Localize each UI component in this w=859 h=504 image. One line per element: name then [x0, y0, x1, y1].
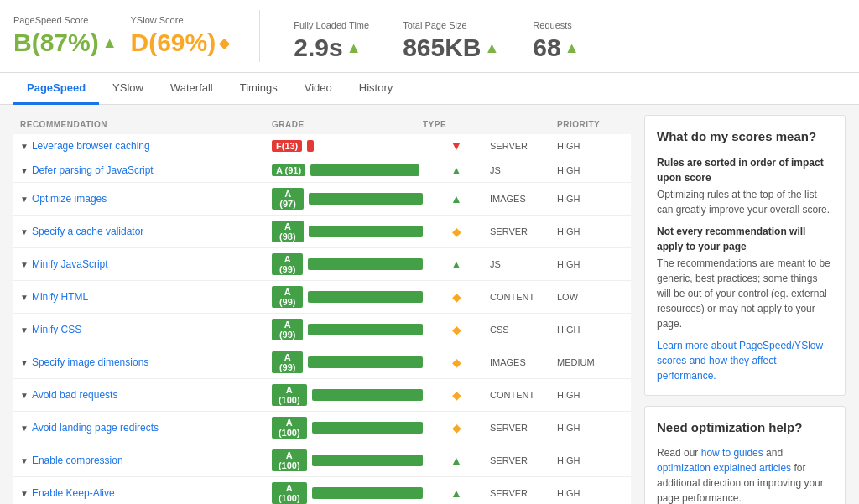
- table-row: ▼ Enable Keep-Alive A (100) ▲ SERVER HIG…: [13, 477, 631, 504]
- trend-up-icon: ▲: [423, 486, 490, 500]
- grade-bar-wrap: A (100): [272, 417, 423, 439]
- rec-priority: HIGH: [557, 165, 624, 175]
- rec-name-text: Defer parsing of JavaScript: [32, 164, 154, 176]
- rec-name[interactable]: ▼ Enable Keep-Alive: [20, 487, 272, 499]
- pagespeed-trend-icon: ▲: [102, 34, 117, 52]
- optimization-articles-link[interactable]: optimization explained articles: [657, 462, 791, 474]
- rec-type: SERVER: [490, 141, 557, 151]
- rec-priority: HIGH: [557, 488, 624, 498]
- header-priority: PRIORITY: [557, 120, 624, 129]
- yslow-trend-icon: ◆: [219, 35, 229, 51]
- rec-priority: HIGH: [557, 226, 624, 236]
- scores-info-link[interactable]: Learn more about PageSpeed/YSlow scores …: [657, 338, 833, 383]
- how-to-guides-link[interactable]: how to guides: [701, 447, 763, 459]
- total-page-size-text: 865KB: [403, 34, 481, 62]
- main-content: RECOMMENDATION GRADE TYPE PRIORITY ▼ Lev…: [0, 105, 859, 504]
- trend-up-icon: ▲: [423, 454, 490, 467]
- total-page-size-box: Total Page Size 865KB ▲: [403, 20, 499, 62]
- rec-name[interactable]: ▼ Enable compression: [20, 455, 272, 466]
- grade-badge: A (100): [272, 482, 307, 504]
- requests-label: Requests: [533, 20, 579, 30]
- rec-name[interactable]: ▼ Defer parsing of JavaScript: [20, 164, 272, 176]
- expand-arrow-icon: ▼: [20, 423, 29, 433]
- rec-type: JS: [490, 165, 557, 175]
- grade-bar: [312, 487, 423, 499]
- rec-name[interactable]: ▼ Avoid bad requests: [20, 389, 272, 401]
- rec-type: CSS: [490, 325, 557, 335]
- rec-type: IMAGES: [490, 194, 557, 204]
- tab-yslow[interactable]: YSlow: [99, 73, 157, 105]
- rec-name[interactable]: ▼ Specify a cache validator: [20, 226, 272, 237]
- grade-bar-wrap: A (100): [272, 384, 423, 406]
- rec-type: SERVER: [490, 423, 557, 433]
- grade-badge: A (100): [272, 384, 307, 406]
- grade-bar-wrap: A (100): [272, 482, 423, 504]
- rec-name[interactable]: ▼ Optimize images: [20, 193, 272, 205]
- tab-pagespeed[interactable]: PageSpeed: [13, 73, 99, 105]
- total-page-size-trend: ▲: [485, 39, 500, 57]
- grade-bar: [309, 193, 423, 205]
- requests-text: 68: [533, 34, 560, 62]
- rec-type: SERVER: [490, 226, 557, 236]
- grade-bar-wrap: A (91): [272, 164, 423, 176]
- trend-diamond-icon: ◆: [423, 388, 490, 402]
- trend-diamond-icon: ◆: [423, 225, 490, 238]
- yslow-score-box: YSlow Score D(69%) ◆: [131, 10, 243, 62]
- rec-name-text: Specify image dimensions: [32, 356, 148, 368]
- grade-bar: [312, 422, 423, 434]
- rec-type: CONTENT: [490, 390, 557, 400]
- trend-diamond-icon: ◆: [423, 290, 490, 304]
- grade-bar: [308, 291, 423, 303]
- trend-diamond-icon: ◆: [423, 356, 490, 369]
- table-row: ▼ Specify a cache validator A (98) ◆ SER…: [13, 216, 631, 248]
- optimization-help-title: Need optimization help?: [657, 418, 833, 438]
- rec-name[interactable]: ▼ Minify CSS: [20, 324, 272, 335]
- rec-priority: HIGH: [557, 423, 624, 433]
- table-header: RECOMMENDATION GRADE TYPE PRIORITY: [13, 115, 631, 134]
- rec-name[interactable]: ▼ Leverage browser caching: [20, 140, 272, 152]
- optimization-help-text1: Read our how to guides and optimization …: [657, 445, 833, 504]
- expand-arrow-icon: ▼: [20, 142, 29, 151]
- expand-arrow-icon: ▼: [20, 456, 29, 465]
- right-panel: What do my scores mean? Rules are sorted…: [644, 115, 846, 504]
- grade-badge: A (97): [272, 188, 304, 210]
- fully-loaded-box: Fully Loaded Time 2.9s ▲: [294, 20, 369, 62]
- trend-up-icon: ▲: [423, 192, 490, 205]
- rec-name-text: Optimize images: [32, 193, 107, 205]
- scores-info-s1-title: Rules are sorted in order of impact upon…: [657, 155, 833, 185]
- rec-type: SERVER: [490, 488, 557, 498]
- rec-name[interactable]: ▼ Minify HTML: [20, 291, 272, 303]
- requests-trend: ▲: [565, 39, 580, 57]
- expand-arrow-icon: ▼: [20, 166, 29, 175]
- table-row: ▼ Minify JavaScript A (99) ▲ JS HIGH: [13, 248, 631, 281]
- rec-name[interactable]: ▼ Minify JavaScript: [20, 258, 272, 270]
- tab-video[interactable]: Video: [291, 73, 346, 105]
- grade-bar-wrap: A (98): [272, 221, 423, 242]
- rec-name[interactable]: ▼ Specify image dimensions: [20, 356, 272, 368]
- table-row: ▼ Enable compression A (100) ▲ SERVER HI…: [13, 444, 631, 477]
- grade-bar-wrap: F(13): [272, 140, 423, 152]
- tab-history[interactable]: History: [346, 73, 406, 105]
- top-scores-bar: PageSpeed Score B(87%) ▲ YSlow Score D(6…: [0, 0, 859, 73]
- rec-priority: HIGH: [557, 194, 624, 204]
- total-page-size-value: 865KB ▲: [403, 34, 499, 62]
- grade-badge: A (99): [272, 253, 303, 275]
- requests-value: 68 ▲: [533, 34, 579, 62]
- tab-waterfall[interactable]: Waterfall: [157, 73, 226, 105]
- fully-loaded-text: 2.9s: [294, 34, 342, 62]
- rec-name[interactable]: ▼ Avoid landing page redirects: [20, 422, 272, 434]
- grade-bar-wrap: A (99): [272, 253, 423, 275]
- pagespeed-score-text: B(87%): [13, 29, 99, 57]
- expand-arrow-icon: ▼: [20, 358, 29, 367]
- rec-priority: HIGH: [557, 259, 624, 269]
- rec-name-text: Avoid landing page redirects: [32, 422, 159, 434]
- scores-info-s2-text: The recommendations are meant to be gene…: [657, 256, 833, 331]
- tab-timings[interactable]: Timings: [226, 73, 291, 105]
- yslow-score-text: D(69%): [131, 29, 216, 57]
- fully-loaded-label: Fully Loaded Time: [294, 20, 369, 30]
- trend-diamond-icon: ◆: [423, 421, 490, 434]
- header-grade: GRADE: [272, 120, 423, 129]
- pagespeed-score-label: PageSpeed Score: [13, 15, 117, 25]
- grade-bar: [307, 140, 314, 152]
- rec-name-text: Minify CSS: [32, 324, 81, 335]
